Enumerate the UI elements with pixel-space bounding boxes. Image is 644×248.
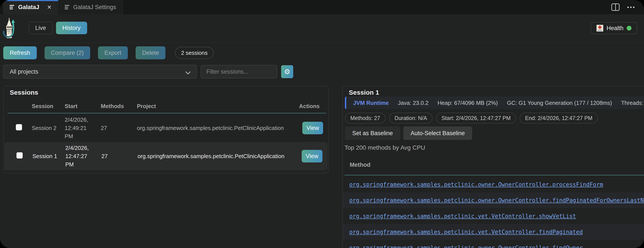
list-item: org.springframework.samples.petclinic.ow…	[343, 177, 644, 192]
session-methods: 27	[102, 153, 138, 160]
session-count-badge: 2 sessions	[175, 47, 214, 59]
start-badge: Start: 2/4/2026, 12:47:27 PM	[436, 113, 516, 123]
list-icon	[10, 4, 14, 11]
health-label: Health	[606, 25, 624, 32]
session-project: org.springframework.samples.petclinic.Pe…	[137, 125, 298, 132]
list-item: org.springframework.samples.petclinic.ve…	[343, 224, 644, 240]
duration-badge: Duration: N/A	[389, 113, 432, 123]
hospital-icon	[596, 25, 603, 32]
jvm-threads: Threads: 27 (peak: 29)	[621, 100, 644, 106]
jvm-runtime-bar: JVM Runtime Java: 23.0.2 Heap: 67/4096 M…	[345, 97, 644, 109]
list-item: org.springframework.samples.petclinic.ow…	[343, 240, 644, 248]
project-select[interactable]: All projects	[3, 65, 197, 79]
app-header: Live History Health	[0, 14, 644, 43]
session-toolbar: Refresh Compare (2) Export Delete 2 sess…	[3, 46, 214, 59]
app-window: GalataJ ✕ GalataJ Settings	[0, 0, 644, 248]
auto-select-baseline-button[interactable]: Auto-Select Baseline	[403, 127, 472, 140]
session-checkbox[interactable]	[16, 152, 23, 159]
project-select-value: All projects	[10, 68, 38, 75]
refresh-button[interactable]: Refresh	[3, 46, 37, 59]
export-button[interactable]: Export	[98, 46, 128, 59]
session-stats-badges: Methods: 27 Duration: N/A Start: 2/4/202…	[345, 113, 598, 123]
view-button[interactable]: View	[302, 150, 322, 162]
sessions-table-body: Session 2 2/4/2026, 12:49:21 PM 27 org.s…	[4, 114, 328, 170]
chevron-down-icon	[185, 69, 190, 74]
jvm-heap: Heap: 67/4096 MB (2%)	[438, 100, 498, 106]
tabbar-actions	[611, 0, 644, 14]
baseline-actions: Set as Baseline Auto-Select Baseline	[345, 127, 472, 140]
col-actions: Actions	[298, 103, 328, 110]
col-start: Start	[65, 103, 101, 110]
live-button[interactable]: Live	[29, 22, 52, 34]
method-link[interactable]: org.springframework.samples.petclinic.ve…	[349, 229, 583, 235]
session-name: Session 1	[32, 153, 65, 160]
health-status-dot	[627, 26, 632, 31]
session-checkbox[interactable]	[16, 124, 22, 131]
methods-badge: Methods: 27	[345, 113, 386, 123]
filter-sessions-input[interactable]	[201, 65, 277, 78]
mode-toggle: Live History	[29, 22, 87, 34]
jvm-runtime-label: JVM Runtime	[353, 100, 389, 106]
sessions-panel-title: Sessions	[10, 89, 38, 96]
set-baseline-button[interactable]: Set as Baseline	[345, 127, 400, 140]
method-link[interactable]: org.springframework.samples.petclinic.ve…	[349, 213, 576, 219]
settings-gear-button[interactable]: ⚙	[281, 65, 293, 78]
end-badge: End: 2/4/2026, 12:47:27 PM	[520, 113, 598, 123]
health-button[interactable]: Health	[591, 22, 637, 34]
session-start: 2/4/2026, 12:47:27 PM	[65, 144, 102, 169]
filter-row: All projects ⚙	[3, 65, 293, 79]
view-button[interactable]: View	[302, 122, 323, 134]
col-methods: Methods	[101, 103, 137, 110]
jvm-java-version: Java: 23.0.2	[398, 100, 428, 106]
table-row-selected[interactable]: Session 1 2/4/2026, 12:47:27 PM 27 org.s…	[4, 142, 328, 170]
session-name: Session 2	[32, 125, 65, 132]
list-item: org.springframework.samples.petclinic.ve…	[343, 208, 644, 224]
tab-bar: GalataJ ✕ GalataJ Settings	[0, 0, 644, 14]
session-project: org.springframework.samples.petclinic.Pe…	[138, 153, 297, 160]
method-link[interactable]: org.springframework.samples.petclinic.ow…	[349, 181, 603, 188]
more-menu-icon[interactable]	[627, 7, 634, 8]
list-item: org.springframework.samples.petclinic.ow…	[343, 192, 644, 208]
tab-label: GalataJ	[18, 4, 39, 11]
jvm-gc: GC: G1 Young Generation (177 / 1208ms)	[507, 100, 612, 106]
method-link[interactable]: org.springframework.samples.petclinic.ow…	[349, 197, 644, 204]
session-detail-panel: Session 1 JVM Runtime Java: 23.0.2 Heap:…	[342, 86, 644, 248]
tab-label: GalataJ Settings	[73, 4, 116, 11]
list-icon	[65, 4, 70, 11]
history-button[interactable]: History	[56, 22, 87, 34]
method-list: org.springframework.samples.petclinic.ow…	[343, 177, 644, 248]
col-session: Session	[32, 103, 65, 110]
session-start: 2/4/2026, 12:49:21 PM	[65, 116, 101, 140]
tab-galataj-settings[interactable]: GalataJ Settings	[58, 0, 123, 14]
compare-button[interactable]: Compare (2)	[44, 46, 90, 59]
col-project: Project	[137, 103, 298, 110]
top-methods-subtitle: Top 200 methods by Avg CPU	[344, 144, 425, 151]
galataj-logo	[2, 18, 16, 39]
detail-panel-title: Session 1	[349, 89, 379, 96]
tab-galataj[interactable]: GalataJ ✕	[3, 0, 58, 14]
sessions-table-header: Session Start Methods Project Actions	[4, 101, 328, 111]
session-methods: 27	[101, 125, 137, 132]
table-row[interactable]: Session 2 2/4/2026, 12:49:21 PM 27 org.s…	[4, 114, 328, 142]
col-method: Method	[350, 162, 370, 168]
close-icon[interactable]: ✕	[47, 4, 52, 11]
table-header-rule	[8, 113, 326, 113]
tabbar-divider	[512, 2, 512, 12]
method-link[interactable]: org.springframework.samples.petclinic.ow…	[349, 244, 583, 248]
delete-button[interactable]: Delete	[136, 46, 166, 59]
method-header-rule	[344, 175, 644, 175]
sessions-panel: Sessions Session Start Methods Project A…	[3, 86, 329, 173]
split-view-icon[interactable]	[611, 4, 620, 11]
